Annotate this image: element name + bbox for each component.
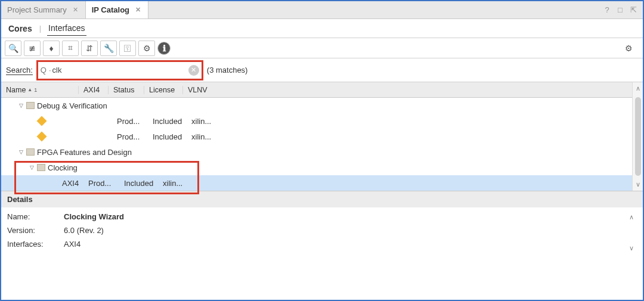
tab-bar: Project Summary ✕ IP Catalog ✕ ? □ ⇱ <box>1 1 643 19</box>
table-header: Name ▲ 1 AXI4 Status License VLNV <box>1 82 632 98</box>
chevron-down-icon[interactable]: ▽ <box>17 103 25 108</box>
wrench-icon[interactable]: 🔧 <box>100 41 117 56</box>
detail-interfaces-value: AXI4 <box>64 240 80 249</box>
details-scrollbar[interactable]: ∧ ∨ <box>626 212 637 253</box>
details-panel: Name: Clocking Wizard Version: 6.0 (Rev.… <box>7 212 626 253</box>
ip-tree: ▽ Debug & Verification Prod... Included … <box>1 98 632 191</box>
subtab-divider: | <box>39 24 41 33</box>
ip-status: Prod... <box>112 132 148 141</box>
search-label: Search: <box>6 66 33 75</box>
search-input[interactable] <box>52 66 188 75</box>
detail-version-label: Version: <box>7 226 64 235</box>
ip-vlnv: xilin... <box>158 179 191 188</box>
details-heading: Details <box>1 191 643 207</box>
ip-row-selected[interactable]: AXI4 Prod... Included xilin... <box>1 175 632 191</box>
popout-icon[interactable]: ⇱ <box>628 5 638 14</box>
expand-all-icon[interactable]: ♦ <box>43 41 60 56</box>
window-controls: ? □ ⇱ <box>602 5 643 14</box>
maximize-icon[interactable]: □ <box>615 5 625 14</box>
scroll-down-icon[interactable]: ∨ <box>629 243 634 253</box>
info-icon[interactable]: ℹ <box>157 42 171 55</box>
col-vlnv[interactable]: VLNV <box>183 86 216 94</box>
subtab-bar: Cores | Interfaces <box>1 19 643 38</box>
col-license[interactable]: License <box>144 86 183 94</box>
detail-version-value: 6.0 (Rev. 2) <box>64 226 104 235</box>
category-label: Debug & Verification <box>37 101 107 110</box>
tree-scrollbar[interactable]: ∧ ∨ <box>632 82 643 191</box>
clear-icon[interactable]: ✕ <box>188 65 199 76</box>
ip-row[interactable]: Prod... Included xilin... <box>1 113 632 129</box>
gear-icon[interactable]: ⚙ <box>138 41 155 56</box>
ip-axi4: AXI4 <box>57 179 83 188</box>
search-box: Q · ✕ <box>36 60 203 80</box>
scroll-thumb[interactable] <box>635 97 641 176</box>
ip-icon <box>37 132 47 142</box>
ip-vlnv: xilin... <box>187 117 219 126</box>
key-icon[interactable]: ⚿ <box>119 41 136 56</box>
chevron-down-icon[interactable]: ▽ <box>17 149 25 155</box>
ip-icon <box>37 116 47 126</box>
detail-name-label: Name: <box>7 212 64 221</box>
subtab-cores[interactable]: Cores <box>7 21 33 36</box>
tab-ip-catalog[interactable]: IP Catalog ✕ <box>86 1 148 18</box>
ip-status: Prod... <box>112 117 148 126</box>
category-label: Clocking <box>48 163 78 172</box>
hierarchy-icon[interactable]: ⌗ <box>62 41 79 56</box>
group-icon[interactable]: ⇵ <box>81 41 98 56</box>
col-status[interactable]: Status <box>109 86 144 94</box>
folder-icon <box>26 102 35 109</box>
close-icon[interactable]: ✕ <box>134 6 142 14</box>
close-icon[interactable]: ✕ <box>72 6 79 14</box>
collapse-all-icon[interactable]: ≢ <box>24 41 41 56</box>
col-name[interactable]: Name ▲ 1 <box>1 86 79 94</box>
tab-project-summary[interactable]: Project Summary ✕ <box>1 1 86 18</box>
scroll-down-icon[interactable]: ∨ <box>636 178 640 191</box>
help-icon[interactable]: ? <box>602 5 612 14</box>
tab-label: IP Catalog <box>92 5 129 14</box>
sort-index: 1 <box>34 87 37 93</box>
folder-icon <box>37 164 45 171</box>
detail-interfaces-label: Interfaces: <box>7 240 64 249</box>
category-label: FPGA Features and Design <box>37 148 132 157</box>
col-axi4[interactable]: AXI4 <box>79 86 109 94</box>
category-row[interactable]: ▽ FPGA Features and Design <box>1 144 632 160</box>
match-count: (3 matches) <box>207 66 248 75</box>
search-icon: Q <box>41 66 47 75</box>
ip-row[interactable]: Prod... Included xilin... <box>1 129 632 144</box>
search-dash-icon: · <box>49 66 51 75</box>
ip-vlnv: xilin... <box>187 132 219 141</box>
folder-icon <box>26 148 35 156</box>
category-row[interactable]: ▽ Debug & Verification <box>1 98 632 113</box>
ip-license: Included <box>119 179 158 188</box>
scroll-up-icon[interactable]: ∧ <box>629 212 634 222</box>
sort-asc-icon: ▲ <box>27 87 32 92</box>
detail-name-value: Clocking Wizard <box>64 212 124 221</box>
search-icon[interactable]: 🔍 <box>5 41 21 56</box>
category-row[interactable]: ▽ Clocking <box>1 160 632 175</box>
scroll-up-icon[interactable]: ∧ <box>636 82 640 95</box>
settings-icon[interactable]: ⚙ <box>620 41 637 56</box>
subtab-interfaces[interactable]: Interfaces <box>47 21 86 36</box>
tab-label: Project Summary <box>7 5 67 14</box>
ip-status: Prod... <box>83 179 119 188</box>
ip-license: Included <box>148 117 187 126</box>
ip-license: Included <box>148 132 187 141</box>
toolbar: 🔍 ≢ ♦ ⌗ ⇵ 🔧 ⚿ ⚙ ℹ ⚙ <box>1 38 643 58</box>
col-name-label: Name <box>6 86 26 94</box>
search-row: Search: Q · ✕ (3 matches) <box>1 58 643 82</box>
chevron-down-icon[interactable]: ▽ <box>27 165 36 170</box>
